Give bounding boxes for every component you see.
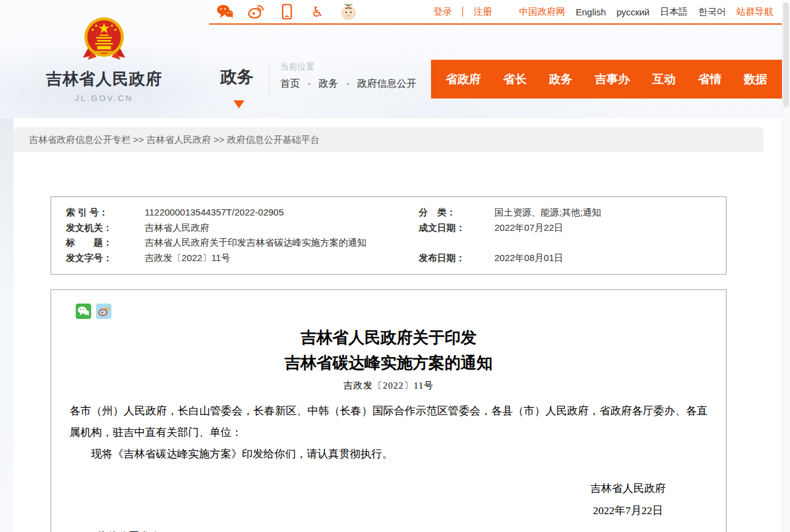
document-paragraph-recipients: 各市（州）人民政府，长白山管委会，长春新区、中韩（长春）国际合作示范区管委会，各… — [70, 400, 707, 443]
platform-breadcrumb-text: 吉林省政府信息公开专栏 >> 吉林省人民政府 >> 政府信息公开基础平台 — [29, 134, 320, 145]
breadcrumb-separator: • — [347, 79, 350, 89]
nav-item-provincial-gov[interactable]: 省政府 — [446, 71, 481, 87]
nav-item-interaction[interactable]: 互动 — [652, 71, 675, 87]
vertical-divider — [269, 62, 270, 96]
nav-item-province-info[interactable]: 省情 — [698, 71, 722, 87]
meta-label-written-date: 成文日期： — [419, 220, 494, 236]
breadcrumb-zhengwu[interactable]: 政务 — [319, 78, 339, 91]
signature-org: 吉林省人民政府 — [590, 477, 666, 499]
site-group-nav-link[interactable]: 站群导航 — [736, 6, 773, 18]
meta-label-doc-number: 发文字号： — [66, 251, 145, 266]
utility-links: 登录 注册 中国政府网 English русский 日本語 한국어 站群导航 — [433, 6, 782, 18]
lang-japanese-link[interactable]: 日本語 — [660, 6, 688, 18]
meta-value-publish-date: 2022年08月01日 — [494, 251, 726, 266]
meta-value-written-date: 2022年07月22日 — [494, 220, 726, 236]
meta-label-category: 分 类： — [419, 205, 494, 220]
section-label-zhengwu[interactable]: 政务 — [220, 66, 254, 88]
wechat-share-icon[interactable] — [76, 304, 91, 319]
meta-label-blank — [419, 235, 494, 251]
breadcrumb-separator: • — [308, 79, 311, 89]
meta-value-blank — [494, 235, 726, 251]
signature-date: 2022年7月22日 — [590, 499, 666, 522]
gov-cn-link[interactable]: 中国政府网 — [519, 6, 565, 18]
breadcrumb: 首页 • 政务 • 政府信息公开 — [280, 78, 416, 91]
document-metadata-box: 索 引 号： 1122000013544357T/2022-02905 分 类：… — [50, 196, 727, 275]
main-nav: 省政府 省长 政务 吉事办 互动 省情 数据 — [431, 60, 782, 99]
scrollbar-thumb[interactable] — [783, 2, 789, 107]
lang-russian-link[interactable]: русский — [616, 7, 650, 17]
nav-item-zhengwu[interactable]: 政务 — [549, 71, 573, 87]
document-number: 吉政发〔2022〕11号 — [70, 380, 707, 392]
accessibility-icon[interactable]: ♿ — [309, 4, 326, 20]
national-emblem-icon — [82, 16, 126, 64]
document-title-line1: 吉林省人民政府关于印发 — [70, 325, 707, 350]
register-link[interactable]: 注册 — [474, 6, 492, 18]
document-content-box: 吉林省人民政府关于印发 吉林省碳达峰实施方案的通知 吉政发〔2022〕11号 各… — [50, 289, 727, 532]
breadcrumb-info-disclosure[interactable]: 政府信息公开 — [357, 78, 416, 91]
site-logo[interactable]: 吉林省人民政府 JL.GOV.CN — [45, 16, 163, 103]
lang-english-link[interactable]: English — [576, 7, 606, 17]
meta-label-publish-date: 发布日期： — [419, 251, 494, 266]
document-paragraph-body: 现将《吉林省碳达峰实施方案》印发给你们，请认真贯彻执行。 — [70, 443, 707, 465]
login-register-divider — [462, 7, 463, 17]
page: ♿ 登录 注册 中国政府网 English русский 日 — [0, 0, 790, 532]
mobile-icon[interactable] — [278, 4, 295, 20]
meta-value-issuing-org: 吉林省人民政府 — [145, 220, 419, 236]
meta-value-category: 国土资源、能源;其他;通知 — [494, 205, 726, 220]
social-icons-group: ♿ — [209, 4, 357, 20]
weibo-share-icon[interactable] — [96, 304, 111, 319]
metadata-grid: 索 引 号： 1122000013544357T/2022-02905 分 类：… — [66, 205, 726, 265]
login-link[interactable]: 登录 — [433, 6, 452, 18]
top-utility-bar: ♿ 登录 注册 中国政府网 English русский 日 — [209, 0, 782, 25]
meta-label-issuing-org: 发文机关： — [66, 220, 145, 236]
location-label: 当前位置 — [280, 62, 315, 73]
site-domain: JL.GOV.CN — [45, 94, 163, 103]
meta-value-index-no: 1122000013544357T/2022-02905 — [145, 205, 419, 220]
signature-block: 吉林省人民政府 2022年7月22日 — [70, 477, 707, 522]
platform-breadcrumb-bar: 吉林省政府信息公开专栏 >> 吉林省人民政府 >> 政府信息公开基础平台 — [14, 127, 764, 152]
document-title-line2: 吉林省碳达峰实施方案的通知 — [70, 350, 707, 376]
meta-value-title: 吉林省人民政府关于印发吉林省碳达峰实施方案的通知 — [145, 235, 419, 251]
nav-item-data[interactable]: 数据 — [744, 71, 767, 87]
meta-label-index-no: 索 引 号： — [66, 205, 145, 220]
breadcrumb-home[interactable]: 首页 — [280, 78, 300, 91]
mascot-icon[interactable] — [340, 4, 357, 20]
wechat-icon[interactable] — [217, 4, 233, 20]
nav-item-governor[interactable]: 省长 — [503, 71, 526, 87]
public-release-note: （此件公开发布） — [70, 529, 707, 532]
meta-label-title: 标 题： — [66, 235, 145, 251]
nav-item-jishiban[interactable]: 吉事办 — [595, 71, 630, 87]
lang-korean-link[interactable]: 한국어 — [698, 6, 726, 18]
site-name: 吉林省人民政府 — [45, 68, 163, 90]
share-icons-row — [76, 304, 707, 319]
scrollbar[interactable] — [782, 0, 790, 532]
meta-value-doc-number: 吉政发〔2022〕11号 — [145, 251, 419, 266]
chevron-down-icon[interactable] — [233, 100, 244, 108]
weibo-icon[interactable] — [248, 4, 264, 20]
